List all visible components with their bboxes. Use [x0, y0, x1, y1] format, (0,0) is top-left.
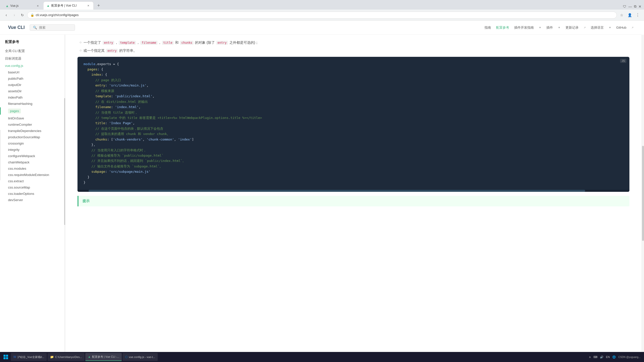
sidebar-item-productsourcemap[interactable]: productionSourceMap	[0, 134, 65, 140]
reload-button[interactable]: ↻	[19, 12, 26, 18]
secure-icon: 🔒	[30, 13, 34, 17]
sidebar-item-crossorigin[interactable]: crossorigin	[0, 140, 65, 147]
external-icon-2: ↗	[631, 26, 633, 29]
vscode-icon: ⬡	[125, 355, 128, 359]
taskbar-item-3[interactable]: ▲ 配置参考 | Vue CLI -...	[85, 353, 122, 361]
tab1-close[interactable]: ✕	[36, 4, 40, 8]
sidebar-item-css-sourcemap[interactable]: css.sourceMap	[0, 184, 65, 191]
sidebar-item-css-modules[interactable]: css.modules	[0, 165, 65, 172]
tip-box: 提示	[77, 196, 629, 206]
browser-chrome: ▲ Vue.js ✕ ▲ 配置参考 | Vue CLI ✕ + 🛡 — ⧉ ✕ …	[0, 0, 644, 21]
tab2-favicon: ▲	[47, 4, 50, 8]
start-button[interactable]	[2, 353, 10, 361]
tab2-close[interactable]: ✕	[86, 4, 90, 8]
back-button[interactable]: ‹	[3, 12, 10, 18]
chrome-icon: ▲	[88, 355, 91, 358]
nav-config[interactable]: 配置参考	[496, 25, 509, 30]
sidebar-item-publicpath[interactable]: publicPath	[0, 75, 65, 82]
tab-1[interactable]: ▲ Vue.js ✕	[3, 2, 43, 10]
nav-changelog[interactable]: 更新记录	[566, 25, 579, 30]
sidebar-item-lintonsave[interactable]: lintOnSave	[0, 115, 65, 121]
svg-rect-3	[6, 357, 8, 359]
nav-github[interactable]: GitHub	[616, 26, 626, 29]
main-content: ○ 一个指定了 entry，template，filename，title 和 …	[65, 35, 641, 352]
nav-plugins[interactable]: 插件	[546, 25, 553, 30]
minimize-button[interactable]: —	[628, 5, 632, 9]
sidebar-item-integrity[interactable]: integrity	[0, 147, 65, 153]
svg-rect-0	[4, 355, 6, 357]
search-input[interactable]	[39, 26, 69, 29]
taskbar-item-1[interactable]: W 沪硅谷_Vue全家桶d...	[11, 353, 47, 361]
sidebar-item-css-require[interactable]: css.requireModuleExtension	[0, 172, 65, 178]
url-text: cli.vuejs.org/zh/config/#pages	[36, 13, 79, 17]
site-logo: Vue CLI	[8, 25, 25, 30]
taskbar-up-arrow[interactable]: ∧	[589, 355, 591, 359]
sidebar-item-global-cli[interactable]: 全局 CLI 配置	[0, 47, 65, 55]
sidebar-item-filenamehashing[interactable]: filenameHashing	[0, 101, 65, 107]
bullet2-text: 或一个指定其 entry 的字符串。	[84, 48, 137, 54]
taskbar-item-4[interactable]: ⬡ vue.config.js - vue-t...	[123, 353, 158, 361]
taskbar-csdn-label: CSDN @yuguang...	[618, 356, 640, 358]
sidebar-item-vue-config[interactable]: vue.config.js	[0, 62, 65, 69]
bullet1-text: 一个指定了 entry，template，filename，title 和 ch…	[84, 40, 259, 46]
nav-plugins-arrow: ▼	[558, 26, 560, 29]
sidebar-item-outputdir[interactable]: outputDir	[0, 82, 65, 88]
address-bar[interactable]: 🔒 cli.vuejs.org/zh/config/#pages	[27, 12, 617, 19]
word-icon: W	[13, 355, 16, 359]
close-button[interactable]: ✕	[638, 5, 641, 9]
profile-icon[interactable]: 👤	[626, 12, 633, 18]
explorer-icon: 📁	[50, 355, 54, 359]
sidebar-item-css-extract[interactable]: css.extract	[0, 178, 65, 184]
sidebar-item-target-browser[interactable]: 目标浏览器	[0, 55, 65, 62]
nav-language-arrow: ▼	[609, 26, 611, 29]
sidebar-section-title: 配置参考	[0, 39, 65, 45]
tab1-favicon: ▲	[6, 4, 9, 8]
sidebar-item-chainwebpack[interactable]: chainWebpack	[0, 159, 65, 165]
taskbar-speaker-icon: 🔊	[600, 355, 603, 359]
taskbar-network-icon: 🌐	[612, 355, 616, 359]
tab2-title: 配置参考 | Vue CLI	[51, 4, 85, 8]
external-icon-1: ↗	[584, 26, 586, 29]
sidebar-item-devserver[interactable]: devServer	[0, 197, 65, 203]
taskbar-item-2-label: C:\Users\tianyu\Des...	[55, 355, 82, 358]
bookmark-icon[interactable]: ☆	[618, 12, 625, 18]
taskbar: W 沪硅谷_Vue全家桶d... 📁 C:\Users\tianyu\Des..…	[0, 352, 644, 362]
svg-rect-2	[4, 357, 6, 359]
menu-icon[interactable]: ⋮	[634, 12, 641, 18]
nav-language[interactable]: 选择语言	[591, 25, 604, 30]
bullet-dot-1: ○	[79, 40, 82, 44]
taskbar-keyboard-icon: ⌨	[593, 355, 597, 359]
search-icon: 🔍	[33, 26, 37, 29]
sidebar-item-pages[interactable]: pages	[0, 107, 65, 115]
taskbar-item-2[interactable]: 📁 C:\Users\tianyu\Des...	[48, 353, 85, 361]
sidebar-item-baseurl[interactable]: baseUrl	[0, 69, 65, 75]
code-content: module.exports = { pages: { index: { // …	[84, 61, 623, 185]
taskbar-item-1-label: 沪硅谷_Vue全家桶d...	[17, 355, 44, 359]
window-shield-icon: 🛡	[623, 5, 626, 9]
tab-2[interactable]: ▲ 配置参考 | Vue CLI ✕	[43, 2, 94, 10]
restore-button[interactable]: ⧉	[634, 4, 636, 9]
nav-guide[interactable]: 指南	[485, 25, 491, 30]
sidebar-item-indexpath[interactable]: indexPath	[0, 94, 65, 101]
code-block: JS module.exports = { pages: { index: { …	[77, 57, 629, 192]
taskbar-lang: EN	[606, 355, 610, 358]
sidebar-item-transpiledeps[interactable]: transpileDependencies	[0, 128, 65, 134]
nav-plugin-guide-arrow: ▼	[539, 26, 541, 29]
sidebar: 配置参考 全局 CLI 配置 目标浏览器 vue.config.js baseU…	[0, 35, 65, 352]
pages-label: pages	[8, 109, 21, 113]
right-scrollbar[interactable]	[641, 35, 644, 352]
sidebar-item-runtimecompiler[interactable]: runtimeCompiler	[0, 121, 65, 128]
forward-button[interactable]: ›	[11, 12, 18, 18]
tab1-title: Vue.js	[10, 4, 34, 8]
windows-logo-icon	[4, 355, 8, 359]
sidebar-item-css-loaderoptions[interactable]: css.loaderOptions	[0, 191, 65, 197]
sidebar-item-assetsdir[interactable]: assetsDir	[0, 88, 65, 94]
taskbar-item-3-label: 配置参考 | Vue CLI -...	[92, 355, 119, 359]
taskbar-item-4-label: vue.config.js - vue-t...	[129, 355, 155, 358]
new-tab-button[interactable]: +	[95, 2, 102, 9]
nav-plugin-guide[interactable]: 插件开发指南	[514, 25, 534, 30]
bullet-dot-2: ○	[79, 48, 82, 52]
sidebar-item-configurewebpack[interactable]: configureWebpack	[0, 153, 65, 159]
search-box[interactable]: 🔍	[30, 24, 75, 31]
copy-button[interactable]: JS	[620, 59, 626, 63]
